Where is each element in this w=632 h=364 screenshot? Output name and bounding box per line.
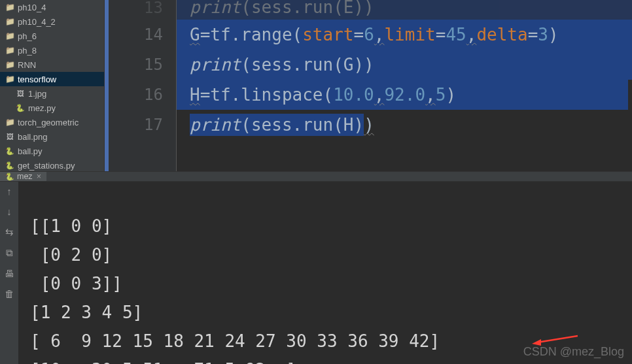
output-line: [[1 0 0] <box>30 216 112 236</box>
tree-item[interactable]: ball.png <box>0 129 104 144</box>
code-line[interactable]: H=tf.linspace(10.0,92.0,5) <box>177 80 632 110</box>
line-number: 13 <box>105 0 163 20</box>
tree-item[interactable]: mez.py <box>0 101 104 115</box>
output-toolstrip: ↑ ↓ ⇆ ⧉ 🖶 🗑 <box>0 182 18 364</box>
line-number: 14 <box>105 20 163 50</box>
project-tree: ph10_4 ph10_4_2 ph_6 ph_8 RNN tensorflow… <box>0 0 105 171</box>
annotation-arrow-icon <box>450 297 496 308</box>
run-tab[interactable]: mez × <box>0 172 46 181</box>
code-line[interactable]: print(sess.run(H)) <box>177 110 632 140</box>
output-line: [0 2 0] <box>30 245 112 265</box>
folder-icon <box>5 3 14 12</box>
tree-item[interactable]: 1.jpg <box>0 86 104 101</box>
annotation-arrow-icon <box>280 328 326 340</box>
output-line: [10. 30.5 51. 71.5 92. ] <box>30 360 296 364</box>
scroll-to-end-icon[interactable]: ⧉ <box>6 247 13 259</box>
close-icon[interactable]: × <box>37 172 41 181</box>
python-icon <box>5 172 14 181</box>
arrow-up-icon[interactable]: ↑ <box>7 186 12 197</box>
code-line[interactable]: print(sess.run(G)) <box>177 50 632 80</box>
python-icon <box>5 161 14 170</box>
output-line: [ 6 9 12 15 18 21 24 27 30 33 36 39 42] <box>30 331 440 351</box>
tree-item-selected[interactable]: tensorflow <box>0 72 104 86</box>
watermark: CSDN @mez_Blog <box>523 345 624 359</box>
tree-item[interactable]: ph10_4_2 <box>0 14 104 29</box>
arrow-down-icon[interactable]: ↓ <box>7 206 12 217</box>
tab-label: mez <box>17 172 33 181</box>
trash-icon[interactable]: 🗑 <box>5 288 14 299</box>
folder-icon <box>5 60 14 69</box>
image-icon <box>5 132 14 141</box>
tree-item[interactable]: ph_6 <box>0 29 104 43</box>
tree-item[interactable]: get_stations.py <box>0 158 104 171</box>
python-icon <box>16 103 25 112</box>
line-number: 17 <box>105 110 163 140</box>
tree-item[interactable]: ball.py <box>0 144 104 158</box>
tree-item[interactable]: ph_8 <box>0 43 104 58</box>
output-line: [0 0 3]] <box>30 274 122 293</box>
image-icon <box>16 89 25 98</box>
line-number: 15 <box>105 50 163 80</box>
folder-icon <box>5 31 14 41</box>
folder-icon <box>5 74 14 84</box>
print-icon[interactable]: 🖶 <box>5 268 14 279</box>
tree-item[interactable]: ph10_4 <box>0 0 104 14</box>
folder-icon <box>5 118 14 127</box>
python-icon <box>5 146 14 156</box>
code-area[interactable]: print(sess.run(E)) G=tf.range(start=6,li… <box>177 0 632 171</box>
folder-icon <box>5 17 14 26</box>
console-output[interactable]: [[1 0 0] [0 2 0] [0 0 3]] [1 2 3 4 5] [ … <box>18 182 632 364</box>
code-editor[interactable]: 13 14 15 16 17 print(sess.run(E)) G=tf.r… <box>105 0 632 171</box>
folder-icon <box>5 46 14 55</box>
code-line[interactable]: G=tf.range(start=6,limit=45,delta=3) <box>177 20 632 50</box>
line-number: 16 <box>105 80 163 110</box>
tree-item[interactable]: RNN <box>0 58 104 72</box>
gutter: 13 14 15 16 17 <box>105 0 177 171</box>
run-tab-bar: mez × <box>0 171 632 182</box>
soft-wrap-icon[interactable]: ⇆ <box>5 226 14 238</box>
svg-line-0 <box>537 336 578 342</box>
output-line: [1 2 3 4 5] <box>30 303 143 322</box>
tree-item[interactable]: torch_geometric <box>0 115 104 129</box>
